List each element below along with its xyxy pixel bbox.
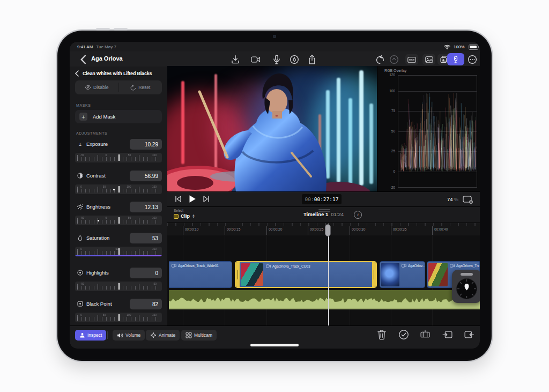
info-icon[interactable]: i <box>354 211 362 219</box>
adjustment-exposure: ± Exposure 10.29 -50050100 <box>75 139 162 165</box>
black-point-slider[interactable]: 050100150 <box>75 313 162 322</box>
highlights-value[interactable]: 0 <box>130 268 162 278</box>
timeline-ruler[interactable]: 00:00:10 00:00:15 00:00:20 00:00:25 00:0… <box>167 223 480 236</box>
page: 9:41 AMTue May 7 100% Aga Orlova <box>0 0 549 392</box>
inspect-icon <box>79 332 85 338</box>
more-ellipsis-icon[interactable] <box>468 55 477 64</box>
clip-3[interactable]: AgaOrlov... <box>380 261 425 288</box>
scope-y-label: 75 <box>377 109 395 113</box>
home-indicator[interactable] <box>250 344 299 346</box>
clip-camera-icon <box>450 264 455 268</box>
reset-button[interactable]: Reset <box>119 80 162 94</box>
share-icon[interactable] <box>307 55 317 64</box>
panel-back-chevron-icon[interactable] <box>75 70 79 77</box>
animate-icon <box>150 332 157 338</box>
multicam-button[interactable]: Multicam <box>181 330 217 341</box>
record-camera-icon[interactable] <box>251 55 261 64</box>
inspect-button[interactable]: Inspect <box>75 330 106 341</box>
jog-grip[interactable] <box>461 273 473 276</box>
playhead-handle[interactable] <box>325 224 331 236</box>
scope-y-label: 50 <box>377 129 395 133</box>
scope-y-label: 120 <box>377 73 395 77</box>
volume-up-button <box>96 28 110 31</box>
audio-track[interactable] <box>169 290 480 309</box>
app-screen: 9:41 AMTue May 7 100% Aga Orlova <box>70 42 480 349</box>
clip-camera-icon <box>266 264 271 268</box>
plus-icon: + <box>79 113 87 121</box>
scope-title: RGB Overlay <box>384 69 406 72</box>
step-forward-icon[interactable] <box>203 195 210 203</box>
clip-wide01[interactable]: AgaOrlova_Track_Wide01 <box>169 261 232 288</box>
timeline-drag-handle[interactable] <box>318 209 330 210</box>
append-clip-icon[interactable] <box>464 329 474 340</box>
eye-off-icon <box>85 85 91 90</box>
disable-button[interactable]: Disable <box>75 80 118 94</box>
display-output-icon[interactable] <box>463 196 473 204</box>
masks-section-label: MASKS <box>76 103 91 107</box>
contrast-slider[interactable]: 050100150 <box>75 184 162 194</box>
top-toolbar: Aga Orlova <box>70 51 480 67</box>
connect-clip-icon[interactable] <box>420 329 431 340</box>
brightness-value[interactable]: 12.13 <box>130 202 162 212</box>
annotate-pencil-icon[interactable] <box>290 55 299 64</box>
adjustment-contrast: Contrast 56.99 050100150 <box>75 171 162 196</box>
insert-clip-icon[interactable] <box>442 329 453 340</box>
play-icon[interactable] <box>189 195 196 203</box>
jog-wheel[interactable] <box>452 270 480 303</box>
scope-y-label: 25 <box>377 149 395 153</box>
video-frame-drummer <box>167 66 377 191</box>
clip-thumbnail <box>428 263 448 286</box>
captions-keyboard-icon[interactable] <box>405 54 418 65</box>
video-viewer[interactable] <box>167 66 377 191</box>
rgb-overlay-scope: RGB Overlay 120 100 75 50 25 0 -20 <box>377 66 480 191</box>
saturation-accent <box>75 255 162 257</box>
clip-cu03-selected[interactable]: AgaOrlova_Track_CU03 <box>235 261 377 288</box>
color-inspector-panel: Clean Whites with Lifted Blacks Disable … <box>70 66 168 326</box>
jog-dial-icon[interactable] <box>456 278 478 300</box>
saturation-value[interactable]: 53 <box>130 233 162 243</box>
status-bar: 9:41 AMTue May 7 100% <box>70 42 480 51</box>
trash-icon[interactable] <box>376 329 387 340</box>
contrast-value[interactable]: 56.99 <box>130 171 162 181</box>
microphone-icon[interactable] <box>272 55 281 64</box>
trim-handle-right[interactable] <box>372 262 376 287</box>
speaker-icon <box>117 332 123 338</box>
clip-thumbnail <box>381 263 399 286</box>
timeline-title: Timeline 101:24 <box>167 211 480 217</box>
check-circle-icon[interactable] <box>398 329 409 340</box>
battery-percent: 100% <box>454 45 464 49</box>
timecode-display[interactable]: 00:00:27:17 <box>302 194 342 204</box>
step-back-icon[interactable] <box>175 195 182 203</box>
status-time: 9:41 AM <box>77 45 93 49</box>
highlights-slider[interactable]: -50050 <box>75 282 162 291</box>
adjustment-highlights: Highlights 0 -50050 <box>75 268 162 293</box>
black-point-value[interactable]: 82 <box>130 299 162 309</box>
timeline-body[interactable]: AgaOrlova_Track_Wide01 AgaOrlova_Track_C… <box>167 235 480 326</box>
undo-icon[interactable] <box>375 55 385 64</box>
timeline-header: Select Clip ▲▼ Timeline 101:24 i Options… <box>167 206 480 223</box>
wifi-icon <box>444 45 450 49</box>
viewer-zoom-level[interactable]: 74% <box>447 196 458 202</box>
volume-button[interactable]: Volume <box>113 330 145 341</box>
exposure-value[interactable]: 10.29 <box>130 139 162 150</box>
saturation-slider[interactable]: 050100 <box>75 247 162 256</box>
ruler-label: 00:00:25 <box>310 227 323 231</box>
trim-handle-left[interactable] <box>236 262 240 287</box>
redo-icon[interactable] <box>389 55 399 64</box>
scope-y-label: 0 <box>377 169 395 173</box>
ruler-label: 00:00:15 <box>227 227 240 231</box>
front-camera <box>273 35 276 38</box>
ipad-device-frame: 9:41 AMTue May 7 100% Aga Orlova <box>57 31 492 361</box>
add-mask-button[interactable]: + Add Mask <box>75 110 162 123</box>
back-chevron-icon[interactable] <box>78 55 88 64</box>
scope-y-label: 100 <box>377 89 395 93</box>
volume-down-button <box>114 28 128 31</box>
exposure-slider[interactable]: -50050100 <box>75 153 162 162</box>
inspector-toggle-button[interactable] <box>447 53 464 65</box>
import-icon[interactable] <box>231 55 240 64</box>
half-circle-icon <box>77 173 83 179</box>
media-browser-icon[interactable] <box>422 54 435 65</box>
ruler-label: 00:00:30 <box>352 227 365 231</box>
animate-button[interactable]: Animate <box>146 330 180 341</box>
brightness-slider[interactable]: -50050100 <box>75 216 162 225</box>
